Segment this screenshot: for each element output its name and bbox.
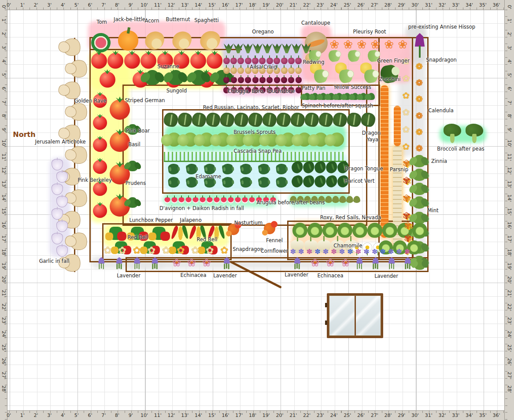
plant-label: Lavender <box>213 273 237 279</box>
crop-haricot-vert-beans[interactable] <box>292 174 347 188</box>
crop-jack-be-little-pumpkin[interactable] <box>117 30 139 51</box>
crop-marigold-edge[interactable] <box>403 219 413 245</box>
crop-beet-row-1[interactable] <box>223 75 302 85</box>
crop-acorn-squash[interactable] <box>144 31 165 50</box>
crop-spinach-row[interactable] <box>303 91 375 102</box>
kale-icon <box>192 113 206 127</box>
crop-yellow-success-squash[interactable] <box>308 70 383 83</box>
plant-label: Dragon Tongue <box>345 166 383 172</box>
ruler-right-label: 16' <box>507 221 512 229</box>
crop-annise-hissop[interactable] <box>413 32 426 59</box>
crop-butternut-squash[interactable] <box>172 31 192 50</box>
plant-label: Red Bell <box>197 236 218 243</box>
ruler-top-label: 29' <box>398 2 405 8</box>
ruler-top-label: 7' <box>101 2 106 8</box>
crop-echinacea-group-1[interactable] <box>169 256 214 269</box>
crop-lavender-group-4[interactable] <box>351 256 416 269</box>
ruler-left-label: 6' <box>1 87 7 91</box>
crop-golden-rave-tomatoes[interactable] <box>90 90 110 222</box>
ruler-bottom-label: 7' <box>101 413 106 418</box>
ruler-bottom-label: 0' <box>7 413 11 418</box>
beet-icon <box>231 77 237 83</box>
ruler-top-label: 33' <box>452 2 459 8</box>
cold-frame[interactable] <box>327 293 383 338</box>
garlic-icon <box>56 171 68 183</box>
sprig-light-icon <box>413 155 425 167</box>
ruler-bottom-label: 27' <box>371 413 378 418</box>
crop-lavender-group-3[interactable] <box>290 256 305 269</box>
ruler-top-label: 11' <box>154 2 162 8</box>
tomato-icon <box>93 182 107 196</box>
crop-snapdragon-row[interactable] <box>100 243 232 258</box>
tuber-icon <box>68 144 89 165</box>
ruler-left-label: 22' <box>1 303 7 311</box>
crop-dragon-tongue-beans[interactable] <box>292 160 347 174</box>
ruler-bottom-label: 5' <box>74 413 79 418</box>
ruler-right-label: 21' <box>507 290 512 297</box>
crop-zinnia-column[interactable] <box>412 154 426 210</box>
plant-label: Basil <box>128 141 140 147</box>
crop-dragon-yaya-carrots[interactable] <box>381 85 388 238</box>
ruler-bottom-label: 3' <box>47 413 52 418</box>
ruler-bottom-label: 10' <box>141 413 148 418</box>
crop-lavender-group-2[interactable] <box>219 256 234 269</box>
crop-kale-row[interactable] <box>164 111 346 129</box>
crop-edamame-row-2[interactable] <box>165 176 291 188</box>
plant-label: Nasturtium <box>234 220 263 226</box>
crop-broccoli-after-peas[interactable] <box>441 124 485 143</box>
radish-icon <box>164 197 170 203</box>
bean-icon <box>302 174 316 189</box>
radish-icon <box>207 197 213 203</box>
calendula-icon <box>415 62 424 71</box>
crop-edamame-row-1[interactable] <box>165 163 291 175</box>
strip-carrot-icon <box>381 85 388 238</box>
lavender-icon <box>370 257 381 269</box>
ruler-left-label: 8' <box>1 114 7 118</box>
beet-icon <box>252 77 259 83</box>
ruler-top-label: 3' <box>47 2 52 8</box>
ruler-bottom-label: 30' <box>411 413 419 418</box>
crop-nasturtium-2[interactable] <box>263 222 277 235</box>
ruler-right-label: 1' <box>507 18 512 23</box>
crop-echinacea-group-2[interactable] <box>307 256 353 269</box>
beet-icon <box>288 77 294 83</box>
crop-snapdragon-column[interactable] <box>400 53 412 155</box>
ruler-right-label: 2' <box>507 32 512 37</box>
crop-tom-watermelon[interactable] <box>91 33 111 52</box>
crop-tomato-plants[interactable] <box>141 67 233 88</box>
onion-red-icon <box>288 58 295 64</box>
ruler-left-label: 15' <box>1 208 7 215</box>
echinacea-icon <box>171 258 182 268</box>
ruler-top-label: 24' <box>330 2 337 8</box>
ruler-top-label: 18' <box>249 2 256 8</box>
ruler-bottom-label: 36' <box>492 413 500 418</box>
plant-label: Cascadia Snap Pea <box>234 148 282 154</box>
ruler-left-label: 13' <box>1 181 7 188</box>
crop-garlic-fall[interactable] <box>50 158 70 257</box>
sprig-dark-icon <box>191 70 206 85</box>
crop-spaghetti-squash[interactable] <box>198 31 222 50</box>
plant-label: Cantaloupe <box>301 20 330 26</box>
fl-cream-icon <box>205 246 214 255</box>
tuber-icon <box>61 37 82 57</box>
plant-label: Zinnia <box>431 158 447 164</box>
crop-lavender-group-1[interactable] <box>92 256 164 269</box>
tuber-icon <box>68 101 89 122</box>
tomato-icon <box>107 53 123 69</box>
plant-label: Jalapeno <box>180 217 201 223</box>
ruler-bottom-label: 18' <box>249 413 256 418</box>
plant-label: Zucchini <box>379 76 401 82</box>
leek-icon <box>263 44 272 53</box>
fl-cream-icon <box>103 246 113 255</box>
ruler-top-label: 26' <box>357 2 365 8</box>
onion-red-icon <box>295 58 302 64</box>
sprig-dark-icon <box>145 70 160 85</box>
fl-orange-icon <box>384 39 395 50</box>
ruler-right-label: 13' <box>507 181 512 188</box>
crop-mint-end[interactable] <box>413 259 426 270</box>
crop-calendula-column[interactable] <box>413 58 425 157</box>
zucchini-light-icon <box>328 49 340 62</box>
bean-icon <box>325 174 339 189</box>
garlic-icon <box>52 184 63 195</box>
ruler-left-label: 9' <box>1 128 7 132</box>
